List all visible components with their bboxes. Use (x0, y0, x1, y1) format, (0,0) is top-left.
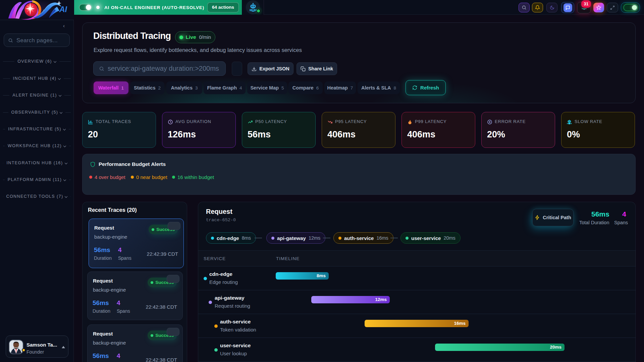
svg-text:AI: AI (59, 5, 67, 14)
